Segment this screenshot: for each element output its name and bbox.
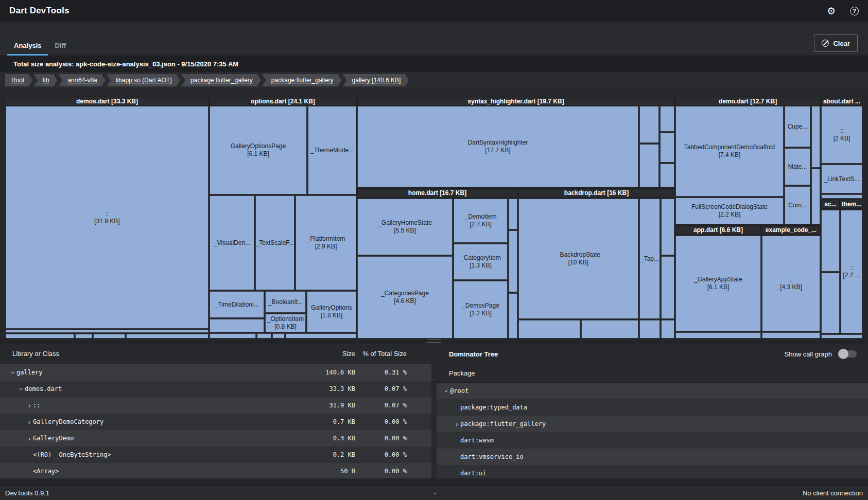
treemap-cell[interactable]	[210, 319, 264, 332]
table-row[interactable]: <(RO) _OneByteString>0.2 KB0.00 %	[0, 447, 431, 463]
breadcrumb-item[interactable]: package:flutter_gallery	[181, 74, 261, 86]
treemap-cell[interactable]: _BooleanIt...	[265, 291, 306, 313]
breadcrumb-item[interactable]: lib	[33, 74, 57, 86]
breadcrumb-item[interactable]: arm64-v8a	[58, 74, 105, 86]
treemap-cell[interactable]	[257, 333, 271, 338]
horizontal-splitter[interactable]	[0, 338, 868, 344]
dominator-row[interactable]: dart:wasm	[437, 432, 868, 449]
treemap-cell[interactable]	[286, 333, 356, 338]
treemap-cell[interactable]: FullScreenCodeDialogState[2.2 KB]	[675, 198, 784, 224]
treemap-cell[interactable]: _GalleryHomeState[5.5 KB]	[357, 199, 453, 255]
treemap-cell[interactable]: _CategoriesPage[4.6 KB]	[357, 256, 453, 338]
treemap-cell[interactable]	[93, 334, 125, 338]
treemap-file-header[interactable]: home.dart [16.7 KB]	[357, 188, 517, 198]
treemap-cell[interactable]	[581, 320, 638, 338]
chevron-right-icon[interactable]: ›	[26, 435, 33, 442]
breadcrumb-item[interactable]: libapp.so (Dart AOT)	[107, 74, 180, 86]
treemap-file-header[interactable]: demos.dart [33.3 KB]	[6, 97, 209, 106]
breadcrumb-item[interactable]: gallery [140.6 KB]	[343, 74, 409, 86]
treemap-file-header[interactable]: options.dart [24.1 KB]	[210, 97, 356, 106]
treemap-cell[interactable]	[126, 334, 209, 338]
treemap-file-header[interactable]: syntax_highlighter.dart [19.7 KB]	[357, 97, 674, 106]
treemap-cell[interactable]	[6, 330, 209, 333]
treemap-cell[interactable]	[518, 320, 580, 338]
treemap-file-header[interactable]: about.dart ...	[821, 97, 862, 106]
treemap-cell[interactable]: ::[31.9 KB]	[6, 106, 209, 329]
treemap-cell[interactable]: Mate...	[785, 148, 810, 185]
chevron-down-icon[interactable]: ›	[443, 387, 450, 395]
treemap-cell[interactable]	[661, 256, 674, 319]
treemap-cell[interactable]	[661, 320, 674, 338]
treemap-cell[interactable]: _BackdropState[10 KB]	[518, 199, 638, 319]
treemap-cell[interactable]	[6, 334, 74, 338]
tab-diff[interactable]: Diff	[48, 35, 73, 56]
treemap-cell[interactable]	[509, 293, 517, 338]
treemap-cell[interactable]: ::[4.3 KB]	[762, 236, 820, 331]
help-icon[interactable]: ?	[850, 7, 859, 15]
treemap-cell[interactable]: _GalleryAppState[6.1 KB]	[675, 236, 761, 331]
treemap-cell[interactable]	[509, 230, 517, 292]
treemap-cell[interactable]	[821, 334, 862, 338]
treemap-cell[interactable]	[639, 106, 659, 143]
treemap-cell[interactable]	[509, 199, 517, 229]
chevron-down-icon[interactable]: ›	[9, 369, 17, 376]
treemap-cell[interactable]	[639, 320, 660, 338]
treemap-cell[interactable]: _VisualDen...	[210, 195, 254, 290]
treemap-cell[interactable]: _TimeDilationI...	[210, 291, 264, 318]
chevron-right-icon[interactable]: ›	[26, 402, 33, 409]
treemap-cell[interactable]: ::[2.2 ...	[841, 210, 862, 333]
splitter-handle[interactable]	[427, 340, 441, 343]
table-row[interactable]: ›demos.dart33.3 KB0.07 %	[0, 381, 431, 397]
treemap-cell[interactable]	[762, 332, 820, 338]
treemap-cell[interactable]: _DemoItem[2.7 KB]	[454, 199, 508, 243]
treemap-cell[interactable]	[75, 334, 92, 338]
treemap-cell[interactable]: _TextScaleF...	[255, 195, 294, 290]
treemap-cell[interactable]	[811, 169, 820, 224]
treemap-cell[interactable]: _CategoryItem[1.3 KB]	[454, 244, 508, 280]
treemap-cell[interactable]	[821, 273, 840, 333]
settings-gear-icon[interactable]: ⚙	[827, 5, 836, 17]
treemap-cell[interactable]	[821, 210, 840, 272]
treemap-file-header[interactable]: example_code_...	[762, 225, 820, 235]
treemap-cell[interactable]	[811, 106, 820, 168]
chevron-down-icon[interactable]: ›	[18, 385, 25, 392]
dominator-row[interactable]: package:typed_data	[437, 399, 868, 416]
treemap-cell[interactable]	[639, 144, 659, 187]
chevron-right-icon[interactable]: ›	[26, 418, 33, 426]
treemap-cell[interactable]	[660, 164, 674, 187]
tab-analysis[interactable]: Analysis	[7, 35, 48, 56]
treemap-file-header[interactable]: them...	[841, 200, 862, 209]
dominator-row[interactable]: dart:vmservice_io	[437, 449, 868, 465]
dominator-row[interactable]: dart:ui	[437, 465, 868, 478]
treemap-file-header[interactable]: sc...	[821, 200, 840, 209]
treemap-cell[interactable]	[660, 106, 674, 132]
treemap-cell[interactable]: _Tap...	[639, 199, 660, 319]
breadcrumb-item[interactable]: Root	[5, 74, 32, 86]
treemap-cell[interactable]: _ThemeMode...	[308, 106, 356, 194]
treemap-cell[interactable]: _DemosPage[1.2 KB]	[454, 281, 508, 338]
table-row[interactable]: <Array>50 B0.00 %	[0, 463, 431, 478]
treemap-file-header[interactable]: demo.dart [12.7 KB]	[675, 97, 820, 106]
treemap-cell[interactable]: ::[2 KB]	[821, 106, 862, 164]
dominator-row[interactable]: ›@root	[437, 383, 868, 399]
treemap-cell[interactable]: _LinkTextS...	[821, 165, 862, 193]
treemap-file-header[interactable]: backdrop.dart [16 KB]	[518, 188, 674, 198]
chevron-right-icon[interactable]: ›	[453, 420, 460, 428]
treemap-cell[interactable]: TabbedComponentDemoScaffold[7.4 KB]	[675, 106, 784, 197]
treemap-cell[interactable]	[660, 133, 674, 163]
clear-button[interactable]: Clear	[814, 34, 858, 52]
treemap-cell[interactable]: GalleryOptions[1.8 KB]	[307, 291, 356, 332]
treemap-cell[interactable]: GalleryOptionsPage[6.1 KB]	[210, 106, 307, 194]
treemap-cell[interactable]	[661, 199, 674, 255]
table-row[interactable]: ›gallery140.6 KB0.31 %	[0, 364, 431, 381]
treemap-cell[interactable]: Cupe...	[785, 106, 810, 147]
treemap-cell[interactable]: Com...	[785, 186, 810, 224]
table-row[interactable]: ›::31.9 KB0.07 %	[0, 397, 431, 414]
treemap-cell[interactable]: DartSyntaxHighlighter[17.7 KB]	[357, 106, 638, 187]
breadcrumb-item[interactable]: package:flutter_gallery	[262, 74, 342, 86]
treemap-cell[interactable]: _OptionsItem[0.8 KB]	[265, 314, 306, 332]
treemap-cell[interactable]	[272, 333, 285, 338]
treemap-cell[interactable]	[210, 333, 256, 338]
treemap-file-header[interactable]: app.dart [6.6 KB]	[675, 225, 761, 235]
treemap-cell[interactable]	[821, 194, 862, 199]
